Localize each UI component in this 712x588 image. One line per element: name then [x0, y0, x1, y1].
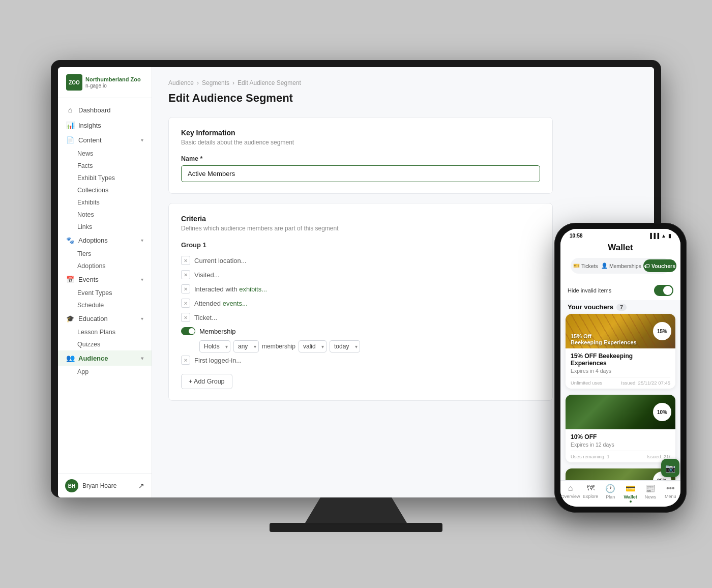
sidebar-item-exhibit-types[interactable]: Exhibit Types — [58, 172, 152, 184]
sidebar-item-app[interactable]: App — [58, 366, 152, 378]
sidebar-item-collections[interactable]: Collections — [58, 184, 152, 196]
phone-tab-bar: 🎫 Tickets 👤 Memberships 🏷 Vouchers — [571, 258, 670, 274]
sidebar-item-tiers[interactable]: Tiers — [58, 248, 152, 260]
explore-nav-icon: 🗺 — [586, 484, 595, 493]
tab-vouchers[interactable]: 🏷 Vouchers — [643, 259, 676, 272]
news-nav-icon: 📰 — [645, 484, 656, 493]
sidebar-item-content[interactable]: 📄 Content ▾ — [58, 133, 152, 148]
today-dropdown[interactable]: today — [330, 340, 360, 352]
events-arrow: ▾ — [141, 277, 143, 282]
tab-tickets[interactable]: 🎫 Tickets — [572, 259, 599, 272]
criteria-label-membership: Membership — [199, 328, 236, 335]
criteria-row-membership: Membership — [181, 327, 540, 335]
criteria-label-interacted: Interacted with exhibits... — [194, 285, 267, 293]
voucher-section-title: Your vouchers — [568, 303, 613, 311]
voucher-beekeeping-title: 15% OFF Beekeeping Experiences — [571, 352, 670, 367]
bottom-nav-plan[interactable]: 🕐 Plan — [601, 484, 620, 503]
sidebar-footer: BH Bryan Hoare ↗ — [58, 474, 152, 497]
holds-dropdown-wrap: Holds — [199, 340, 230, 352]
user-name: Bryan Hoare — [82, 482, 116, 489]
phone-status-bar: 10:58 ▐▐▐ ▲ ▮ — [560, 229, 680, 241]
sidebar-item-links[interactable]: Links — [58, 221, 152, 233]
phone-time: 10:58 — [570, 233, 583, 239]
sidebar-item-facts[interactable]: Facts — [58, 160, 152, 172]
voucher-deer[interactable]: 25% OFF 25% — [566, 468, 675, 480]
criteria-toggle-interacted[interactable]: ✕ — [181, 284, 190, 293]
sidebar-item-audience[interactable]: 👥 Audience ▾ — [58, 350, 152, 366]
sidebar-item-insights[interactable]: 📊 Insights — [58, 117, 152, 133]
sidebar-item-lesson-plans[interactable]: Lesson Plans — [58, 326, 152, 338]
education-arrow: ▾ — [141, 316, 143, 321]
org-sub: n-gage.io — [85, 83, 141, 89]
membership-dropdowns: Holds any membership v — [199, 340, 540, 352]
voucher-winter-uses: Uses remaining: 1 — [571, 454, 610, 459]
criteria-row-visited: ✕ Visited... — [181, 270, 540, 279]
sidebar-item-dashboard[interactable]: ⌂ Dashboard — [58, 102, 152, 117]
sidebar-item-notes[interactable]: Notes — [58, 209, 152, 221]
phone-bottom-nav: ⌂ Overview 🗺 Explore 🕐 Plan 💳 Wallet — [560, 480, 680, 507]
adoptions-arrow: ▾ — [141, 238, 143, 243]
breadcrumb-audience[interactable]: Audience — [168, 79, 194, 86]
plan-nav-icon: 🕐 — [605, 484, 615, 493]
phone-toggle-row: Hide invalid items — [560, 282, 680, 300]
monitor-stand — [305, 497, 407, 523]
memberships-icon: 👤 — [601, 262, 608, 269]
breadcrumb-sep1: › — [197, 79, 199, 86]
sidebar-logo: ZOO Northumberland Zoo n-gage.io — [58, 67, 152, 98]
wallet-active-dot — [630, 501, 632, 503]
voucher-beekeeping[interactable]: 15% Off Beekeeping Experiences 15% 15% O… — [566, 314, 675, 389]
sidebar-item-news[interactable]: News — [58, 148, 152, 160]
vouchers-icon: 🏷 — [644, 263, 650, 269]
breadcrumb-segments[interactable]: Segments — [202, 79, 229, 86]
sidebar-item-events[interactable]: 📅 Events ▾ — [58, 272, 152, 287]
criteria-card: Criteria Defines which audience members … — [168, 203, 553, 401]
signal-icon: ▐▐▐ — [648, 233, 659, 239]
sidebar-item-education[interactable]: 🎓 Education ▾ — [58, 311, 152, 326]
name-input[interactable] — [181, 165, 540, 182]
bottom-nav-explore[interactable]: 🗺 Explore — [580, 484, 600, 503]
sidebar-item-schedule[interactable]: Schedule — [58, 299, 152, 311]
adoptions-icon: 🐾 — [66, 237, 74, 244]
scan-fab[interactable]: 📷 — [661, 459, 679, 477]
valid-dropdown[interactable]: valid — [299, 340, 327, 352]
bottom-nav-wallet[interactable]: 💳 Wallet — [620, 484, 640, 503]
audience-icon: 👥 — [66, 354, 74, 362]
wifi-icon: ▲ — [661, 233, 666, 239]
criteria-row-ticket: ✕ Ticket... — [181, 313, 540, 322]
breadcrumb-current: Edit Audience Segment — [238, 79, 301, 86]
any-dropdown-wrap: any — [233, 340, 259, 352]
tab-memberships[interactable]: 👤 Memberships — [600, 259, 642, 272]
voucher-winter[interactable]: 10% 10% OFF Expires in 12 days Uses rema… — [566, 395, 675, 462]
criteria-toggle-first-logged[interactable]: ✕ — [181, 356, 190, 365]
criteria-label-visited: Visited... — [194, 271, 220, 279]
events-icon: 📅 — [66, 276, 74, 283]
sidebar-item-adoptions-sub[interactable]: Adoptions — [58, 260, 152, 272]
home-icon: ⌂ — [66, 106, 74, 114]
hide-invalid-toggle[interactable] — [654, 285, 673, 296]
criteria-row-first-logged: ✕ First logged-in... — [181, 356, 540, 365]
voucher-beekeeping-overlay: 15% Off Beekeeping Experiences — [571, 333, 637, 345]
any-dropdown[interactable]: any — [233, 340, 259, 352]
bottom-nav-menu[interactable]: ••• Menu — [661, 484, 680, 503]
criteria-title: Criteria — [181, 215, 540, 223]
criteria-toggle-visited[interactable]: ✕ — [181, 270, 190, 279]
bottom-nav-overview[interactable]: ⌂ Overview — [560, 484, 580, 503]
sidebar-item-adoptions[interactable]: 🐾 Adoptions ▾ — [58, 233, 152, 248]
sidebar-item-exhibits[interactable]: Exhibits — [58, 196, 152, 209]
phone-status-icons: ▐▐▐ ▲ ▮ — [648, 233, 671, 239]
valid-dropdown-wrap: valid — [299, 340, 327, 352]
wallet-title: Wallet — [569, 243, 672, 253]
criteria-toggle-membership[interactable] — [181, 327, 195, 335]
add-group-button[interactable]: + Add Group — [181, 374, 232, 389]
logout-icon[interactable]: ↗ — [138, 482, 144, 490]
criteria-toggle-location[interactable]: ✕ — [181, 256, 190, 265]
holds-dropdown[interactable]: Holds — [199, 340, 230, 352]
criteria-toggle-attended[interactable]: ✕ — [181, 299, 190, 308]
criteria-toggle-ticket[interactable]: ✕ — [181, 313, 190, 322]
bottom-nav-news[interactable]: 📰 News — [640, 484, 660, 503]
voucher-winter-title: 10% OFF — [571, 433, 670, 440]
sidebar-item-event-types[interactable]: Event Types — [58, 287, 152, 299]
voucher-winter-meta: Uses remaining: 1 Issued: 21/ — [571, 451, 670, 459]
sidebar-item-quizzes[interactable]: Quizzes — [58, 338, 152, 350]
criteria-row-attended: ✕ Attended events... — [181, 299, 540, 308]
